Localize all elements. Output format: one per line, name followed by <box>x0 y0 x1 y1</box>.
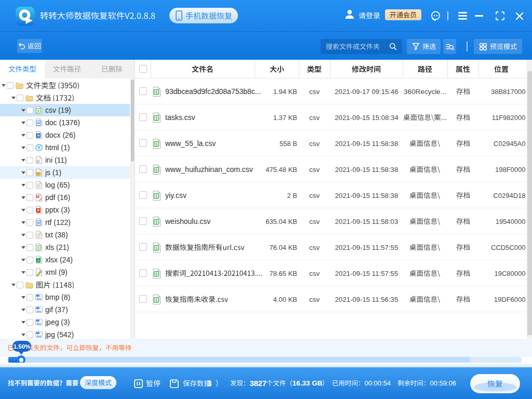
svg-text:S: S <box>155 90 158 94</box>
svg-text:S: S <box>155 220 158 224</box>
svg-text:S: S <box>155 194 158 198</box>
svg-text:S: S <box>155 246 158 250</box>
svg-text:W: W <box>37 221 40 224</box>
svg-text:S: S <box>37 109 39 112</box>
svg-text:S: S <box>155 142 158 146</box>
svg-text:S: S <box>37 246 39 249</box>
svg-text:S: S <box>155 116 158 120</box>
svg-text:P: P <box>37 208 39 212</box>
svg-text:S: S <box>155 168 158 172</box>
svg-text:e: e <box>38 144 41 150</box>
svg-text:N: N <box>37 134 40 137</box>
svg-text:W: W <box>37 121 40 125</box>
svg-text:S: S <box>155 272 158 276</box>
svg-text:S: S <box>155 298 158 302</box>
svg-text:s: s <box>37 258 39 262</box>
